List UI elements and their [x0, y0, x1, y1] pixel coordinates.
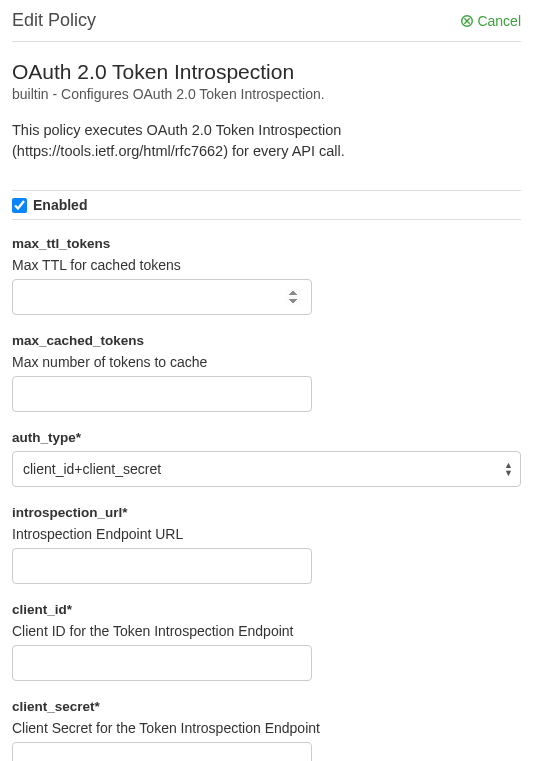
field-name: introspection_url*: [12, 505, 521, 520]
page-title: Edit Policy: [12, 10, 96, 31]
policy-description: This policy executes OAuth 2.0 Token Int…: [12, 120, 521, 162]
enabled-checkbox[interactable]: [12, 198, 27, 213]
field-name: client_secret*: [12, 699, 521, 714]
cancel-button[interactable]: Cancel: [461, 13, 521, 29]
policy-summary: Configures OAuth 2.0 Token Introspection…: [61, 86, 325, 102]
enabled-row: Enabled: [12, 190, 521, 220]
field-help: Introspection Endpoint URL: [12, 526, 521, 542]
enabled-label: Enabled: [33, 197, 87, 213]
policy-type: builtin: [12, 86, 49, 102]
subtitle-sep: -: [52, 86, 57, 102]
cancel-label: Cancel: [477, 13, 521, 29]
client-id-input[interactable]: [12, 645, 312, 681]
page-header: Edit Policy Cancel: [12, 10, 521, 31]
max-ttl-tokens-input[interactable]: [12, 279, 312, 315]
cancel-icon: [461, 15, 473, 27]
field-introspection-url: introspection_url* Introspection Endpoin…: [12, 505, 521, 584]
field-client-secret: client_secret* Client Secret for the Tok…: [12, 699, 521, 761]
auth-type-select[interactable]: client_id+client_secret: [12, 451, 521, 487]
field-client-id: client_id* Client ID for the Token Intro…: [12, 602, 521, 681]
field-name: client_id*: [12, 602, 521, 617]
field-name: max_ttl_tokens: [12, 236, 521, 251]
introspection-url-input[interactable]: [12, 548, 312, 584]
field-help: Client Secret for the Token Introspectio…: [12, 720, 521, 736]
field-help: Client ID for the Token Introspection En…: [12, 623, 521, 639]
header-divider: [12, 41, 521, 42]
field-max-cached-tokens: max_cached_tokens Max number of tokens t…: [12, 333, 521, 412]
field-help: Max number of tokens to cache: [12, 354, 521, 370]
client-secret-input[interactable]: [12, 742, 312, 761]
field-auth-type: auth_type* client_id+client_secret ▲▼: [12, 430, 521, 487]
policy-title: OAuth 2.0 Token Introspection: [12, 60, 521, 84]
field-name: max_cached_tokens: [12, 333, 521, 348]
field-max-ttl-tokens: max_ttl_tokens Max TTL for cached tokens: [12, 236, 521, 315]
policy-subtitle: builtin - Configures OAuth 2.0 Token Int…: [12, 86, 521, 102]
field-help: Max TTL for cached tokens: [12, 257, 521, 273]
field-name: auth_type*: [12, 430, 521, 445]
max-cached-tokens-input[interactable]: [12, 376, 312, 412]
